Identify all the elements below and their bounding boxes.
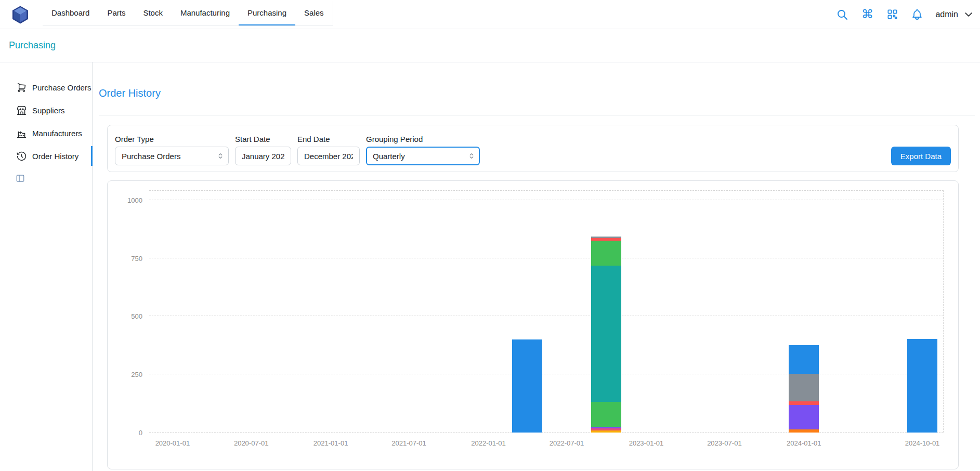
bar-segment[interactable] (591, 241, 621, 266)
gridline-y-500 (149, 316, 943, 316)
bar-segment[interactable] (591, 428, 621, 430)
bar-segment[interactable] (789, 345, 819, 374)
chevron-down-icon (963, 9, 974, 20)
y-tick-label: 750 (131, 254, 142, 262)
end-date-label: End Date (297, 135, 360, 143)
gridline-y-0 (149, 432, 943, 433)
main-nav-tabs: Dashboard Parts Stock Manufacturing Purc… (43, 1, 333, 26)
tab-dashboard[interactable]: Dashboard (43, 1, 98, 25)
command-glyph: ⌘ (861, 8, 873, 20)
breadcrumb-purchasing[interactable]: Purchasing (9, 40, 56, 51)
tab-manufacturing[interactable]: Manufacturing (172, 1, 239, 25)
bar-segment[interactable] (907, 339, 937, 433)
sidebar-item-label: Purchase Orders (32, 83, 91, 92)
bar-segment[interactable] (789, 401, 819, 405)
y-tick-label: 1000 (127, 196, 142, 204)
grouping-period-select[interactable] (366, 147, 480, 165)
breadcrumb: Purchasing (0, 29, 980, 62)
bar-segment[interactable] (591, 237, 621, 239)
bar-segment[interactable] (789, 429, 819, 433)
bar-segment[interactable] (591, 402, 621, 427)
start-date-input[interactable] (235, 147, 291, 165)
sidebar-item-manufacturers[interactable]: Manufacturers (0, 122, 92, 145)
order-type-select[interactable] (115, 147, 229, 165)
bar-segment[interactable] (591, 430, 621, 433)
bar-segment[interactable] (591, 427, 621, 428)
tab-stock[interactable]: Stock (134, 1, 172, 25)
bar-segment[interactable] (591, 238, 621, 241)
top-navbar: Dashboard Parts Stock Manufacturing Purc… (0, 0, 980, 29)
order-type-field: Order Type (115, 135, 229, 165)
order-history-bar-chart: 025050075010002020-01-012020-07-012021-0… (149, 190, 944, 433)
order-history-page: Order History Order Type Start Date End … (93, 62, 980, 471)
purchasing-sidebar: Purchase Orders Suppliers Manufacturers (0, 62, 93, 471)
history-clock-icon (16, 151, 27, 162)
x-tick-label: 2021-07-01 (391, 439, 426, 447)
sidebar-item-label: Order History (32, 152, 79, 161)
y-tick-label: 500 (131, 312, 142, 320)
end-date-input[interactable] (297, 147, 360, 165)
y-tick-label: 250 (131, 371, 142, 378)
y-tick-label: 0 (139, 429, 142, 437)
export-data-button[interactable]: Export Data (891, 147, 951, 165)
sidebar-item-suppliers[interactable]: Suppliers (0, 99, 92, 122)
gridline-y-1000 (149, 200, 943, 200)
bar-segment[interactable] (789, 374, 819, 401)
x-tick-label: 2023-01-01 (629, 439, 664, 447)
factory-icon (16, 128, 27, 139)
sidebar-collapse-icon[interactable] (16, 174, 25, 183)
bar-segment[interactable] (512, 339, 542, 433)
grouping-period-label: Grouping Period (366, 135, 480, 143)
gridline-y-750 (149, 258, 943, 258)
x-tick-label: 2024-01-01 (787, 439, 821, 447)
shopping-cart-icon (16, 82, 27, 93)
x-tick-label: 2022-01-01 (471, 439, 506, 447)
tab-purchasing[interactable]: Purchasing (239, 1, 295, 25)
bar-segment[interactable] (789, 405, 819, 429)
filter-panel: Order Type Start Date End Date Grouping … (107, 125, 959, 172)
search-icon[interactable] (835, 8, 849, 21)
sidebar-item-purchase-orders[interactable]: Purchase Orders (0, 76, 92, 99)
x-tick-label: 2022-07-01 (550, 439, 584, 447)
qrcode-scan-icon[interactable] (885, 8, 899, 21)
x-tick-label: 2023-07-01 (707, 439, 742, 447)
x-tick-label: 2024-10-01 (905, 439, 940, 447)
title-divider (99, 115, 975, 115)
page-title: Order History (99, 87, 975, 99)
x-tick-label: 2021-01-01 (313, 439, 348, 447)
building-store-icon (16, 105, 27, 116)
username: admin (935, 10, 958, 19)
start-date-field: Start Date (235, 135, 291, 165)
navbar-actions: ⌘ admin (835, 8, 974, 21)
bar-segment[interactable] (591, 266, 621, 402)
sidebar-item-order-history[interactable]: Order History (0, 145, 92, 167)
sidebar-item-label: Manufacturers (32, 129, 82, 138)
grouping-period-field: Grouping Period (366, 135, 480, 165)
start-date-label: Start Date (235, 135, 291, 143)
user-menu[interactable]: admin (935, 9, 974, 20)
end-date-field: End Date (297, 135, 360, 165)
order-type-label: Order Type (115, 135, 229, 143)
gridline-y-250 (149, 374, 943, 374)
command-icon[interactable]: ⌘ (860, 8, 874, 21)
inventree-box-logo[interactable] (10, 5, 30, 24)
notification-bell-icon[interactable] (910, 8, 924, 21)
order-history-chart-card: 025050075010002020-01-012020-07-012021-0… (107, 180, 959, 469)
tab-parts[interactable]: Parts (98, 1, 134, 25)
tab-sales[interactable]: Sales (295, 1, 333, 25)
sidebar-item-label: Suppliers (32, 106, 65, 115)
x-tick-label: 2020-07-01 (234, 439, 269, 447)
x-tick-label: 2020-01-01 (155, 439, 190, 447)
